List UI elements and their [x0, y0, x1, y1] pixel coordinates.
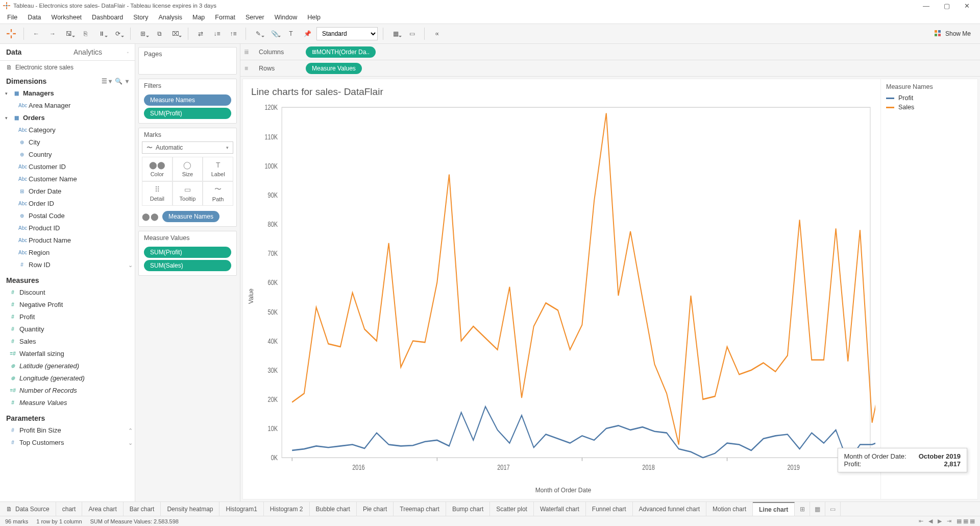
dim-field[interactable]: ⊕City	[0, 136, 135, 149]
duplicate-icon[interactable]: ⧉	[152, 27, 166, 41]
swap-icon[interactable]: ⇄	[193, 27, 208, 41]
sheet-tab[interactable]: Histogram1	[219, 502, 263, 516]
save-icon[interactable]: 🖫	[62, 27, 76, 41]
new-worksheet-icon[interactable]: ⊞	[136, 27, 150, 41]
minimize-button[interactable]: —	[923, 2, 929, 10]
measure-field[interactable]: ⊕Latitude (generated)	[0, 360, 135, 372]
filters-shelf[interactable]: Filters Measure Names SUM(Profit)	[138, 79, 237, 124]
new-datasource-icon[interactable]: ⎘	[78, 27, 92, 41]
nav-first-icon[interactable]: ⇤	[919, 518, 923, 524]
columns-shelf[interactable]: iii Columns MONTH(Order Da..	[240, 44, 980, 60]
maximize-button[interactable]: ▢	[944, 2, 950, 10]
marks-tooltip[interactable]: ▭Tooltip	[173, 181, 203, 206]
measure-field[interactable]: =#Waterfall sizing	[0, 348, 135, 360]
marks-detail[interactable]: ⠿Detail	[142, 181, 173, 206]
data-source-tab[interactable]: 🗎Data Source	[0, 502, 56, 516]
measure-field[interactable]: #Measure Values	[0, 397, 135, 409]
sheet-tab[interactable]: Histogram 2	[264, 502, 310, 516]
sheet-tab[interactable]: chart	[56, 502, 83, 516]
legend-item-sales[interactable]: Sales	[886, 103, 972, 112]
dim-field[interactable]: AbcCustomer Name	[0, 173, 135, 185]
sheet-tab[interactable]: Pie chart	[357, 502, 394, 516]
dim-field[interactable]: AbcProduct Name	[0, 234, 135, 247]
datasource-label[interactable]: 🗎 Electronic store sales	[0, 61, 135, 74]
sheet-tab[interactable]: Area chart	[82, 502, 123, 516]
sheet-tab[interactable]: Density heatmap	[161, 502, 219, 516]
show-me-button[interactable]: Show Me	[934, 30, 976, 38]
columns-pill[interactable]: MONTH(Order Da..	[306, 46, 376, 58]
sheet-tab[interactable]: Motion chart	[706, 502, 753, 516]
nav-last-icon[interactable]: ⇥	[947, 518, 951, 524]
menu-dashboard[interactable]: Dashboard	[87, 13, 128, 22]
menu-server[interactable]: Server	[240, 13, 270, 22]
menu-format[interactable]: Format	[210, 13, 240, 22]
sheet-tab[interactable]: Scatter plot	[490, 502, 534, 516]
marks-size[interactable]: ◯Size	[173, 157, 203, 181]
menu-window[interactable]: Window	[270, 13, 302, 22]
dim-field[interactable]: #Row ID⌄	[0, 259, 135, 271]
share-icon[interactable]: ∝	[430, 27, 444, 41]
dim-group-managers[interactable]: ▦Managers	[0, 87, 135, 100]
dim-field[interactable]: ⊕Country	[0, 149, 135, 161]
parameter-field[interactable]: #Profit Bin Size⌃	[0, 424, 135, 437]
menu-data[interactable]: Data	[22, 13, 46, 22]
sheet-tab[interactable]: Line chart	[753, 502, 795, 516]
tableau-logo-icon[interactable]	[4, 27, 18, 41]
measure-field[interactable]: #Discount	[0, 286, 135, 299]
redo-icon[interactable]: →	[45, 27, 60, 41]
pages-shelf[interactable]: Pages	[138, 47, 237, 75]
dim-field[interactable]: ⊕Postal Code	[0, 210, 135, 222]
parameter-field[interactable]: #Top Customers⌄	[0, 437, 135, 449]
marks-color-pill[interactable]: Measure Names	[162, 211, 219, 222]
search-fields-icon[interactable]: 🔍	[115, 78, 122, 85]
viz-title[interactable]: Line charts for sales- DataFlair	[251, 86, 875, 98]
sheet-tab[interactable]: Bubble chart	[310, 502, 357, 516]
measure-values-shelf[interactable]: Measure Values SUM(Profit) SUM(Sales)	[138, 231, 237, 276]
marks-color[interactable]: ⬤⬤Color	[142, 157, 173, 181]
legend-item-profit[interactable]: Profit	[886, 93, 972, 103]
undo-icon[interactable]: ←	[29, 27, 43, 41]
scroll-down-icon[interactable]: ⌄	[128, 438, 133, 448]
menu-analysis[interactable]: Analysis	[153, 13, 187, 22]
menu-file[interactable]: File	[2, 13, 22, 22]
menu-story[interactable]: Story	[128, 13, 153, 22]
dim-field[interactable]: ⊞Order Date	[0, 185, 135, 198]
clear-icon[interactable]: ⌧	[168, 27, 183, 41]
dim-field[interactable]: AbcCategory	[0, 124, 135, 136]
filter-pill[interactable]: SUM(Profit)	[144, 108, 231, 119]
labels-icon[interactable]: T	[284, 27, 298, 41]
view-options-icon[interactable]: ☰ ▾	[102, 78, 112, 85]
measure-field[interactable]: #Quantity	[0, 323, 135, 336]
group-icon[interactable]: 📎	[267, 27, 282, 41]
marks-path[interactable]: 〜Path	[203, 181, 233, 206]
new-dashboard-tab-icon[interactable]: ▦	[810, 502, 825, 516]
measure-field[interactable]: #Profit	[0, 311, 135, 323]
menu-help[interactable]: Help	[302, 13, 326, 22]
tab-analytics[interactable]: Analytics◦	[67, 44, 135, 60]
sheet-tab[interactable]: Treemap chart	[394, 502, 446, 516]
sheet-tab[interactable]: Bar chart	[124, 502, 161, 516]
presentation-icon[interactable]: ▭	[405, 27, 419, 41]
new-story-tab-icon[interactable]: ▭	[825, 502, 841, 516]
marks-type-selector[interactable]: 〜Automatic	[142, 141, 233, 154]
scroll-up-icon[interactable]: ⌃	[128, 425, 133, 436]
pin-icon[interactable]: 📌	[300, 27, 314, 41]
tab-data[interactable]: Data	[0, 44, 67, 60]
menu-worksheet[interactable]: Worksheet	[46, 13, 87, 22]
nav-next-icon[interactable]: ▶	[938, 518, 942, 524]
dim-field[interactable]: AbcRegion	[0, 247, 135, 259]
pause-updates-icon[interactable]: ⏸	[94, 27, 109, 41]
measure-field[interactable]: ⊕Longitude (generated)	[0, 372, 135, 385]
sheet-tab[interactable]: Bump chart	[446, 502, 490, 516]
analytics-settings-icon[interactable]: ◦	[127, 50, 129, 55]
measure-field[interactable]: #Sales	[0, 336, 135, 348]
sheet-tab[interactable]: Advanced funnel chart	[633, 502, 706, 516]
dim-field[interactable]: AbcProduct ID	[0, 222, 135, 234]
chart[interactable]: Value 0K10K20K30K40K50K60K70K80K90K100K1…	[251, 101, 875, 485]
refresh-icon[interactable]: ⟳	[111, 27, 125, 41]
measure-value-pill[interactable]: SUM(Sales)	[144, 260, 231, 271]
filter-pill[interactable]: Measure Names	[144, 94, 231, 106]
nav-prev-icon[interactable]: ◀	[928, 518, 933, 524]
sheet-tab[interactable]: Waterfall chart	[534, 502, 586, 516]
close-button[interactable]: ✕	[964, 2, 970, 10]
